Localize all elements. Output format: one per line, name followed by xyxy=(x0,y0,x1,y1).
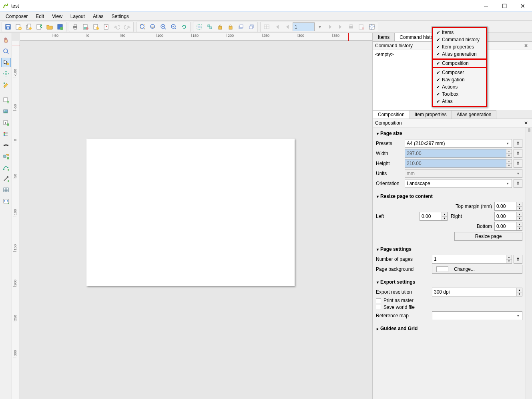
ctx-actions[interactable]: ✔Actions xyxy=(433,83,486,91)
undo-icon[interactable] xyxy=(112,22,122,32)
num-pages-override-icon[interactable]: ⋔ xyxy=(514,255,522,264)
open-template-icon[interactable] xyxy=(45,22,54,32)
export-image-icon[interactable] xyxy=(81,22,90,32)
change-bg-button[interactable]: Change... xyxy=(432,265,522,274)
section-guides[interactable]: Guides and Grid xyxy=(376,324,522,333)
change-bg-label: Change... xyxy=(454,266,475,272)
save-icon[interactable] xyxy=(3,22,13,32)
height-input[interactable] xyxy=(405,159,512,168)
export-pdf-icon[interactable] xyxy=(102,22,111,32)
tab-atlas-generation[interactable]: Atlas generation xyxy=(452,110,497,119)
atlas-settings-icon[interactable] xyxy=(367,22,377,32)
close-composition-panel-button[interactable]: ✕ xyxy=(522,120,530,126)
last-feature-icon[interactable] xyxy=(336,22,345,32)
height-override-icon[interactable]: ⋔ xyxy=(514,159,522,168)
close-window-button[interactable]: ✕ xyxy=(514,0,532,12)
unlock-icon[interactable] xyxy=(226,22,235,32)
ctx-atlas-generation[interactable]: ✔Atlas generation xyxy=(433,50,486,58)
ctx-items[interactable]: ✔Items xyxy=(433,29,486,36)
width-input[interactable] xyxy=(405,149,512,158)
ungroup-icon[interactable] xyxy=(205,22,215,32)
move-content-tool-icon[interactable] xyxy=(1,69,11,79)
lower-icon[interactable] xyxy=(247,22,256,32)
export-res-input[interactable] xyxy=(432,288,522,296)
tab-item-properties[interactable]: Item properties xyxy=(410,110,452,119)
redo-icon[interactable] xyxy=(122,22,132,32)
edit-nodes-tool-icon[interactable] xyxy=(1,80,11,90)
menu-layout[interactable]: Layout xyxy=(66,13,89,20)
select-tool-icon[interactable] xyxy=(1,58,11,67)
canvas-viewport[interactable] xyxy=(20,41,372,399)
menu-edit[interactable]: Edit xyxy=(32,13,48,20)
close-history-panel-button[interactable]: ✕ xyxy=(522,43,530,48)
duplicate-composer-icon[interactable] xyxy=(24,22,34,32)
add-nodes-icon[interactable] xyxy=(1,163,11,172)
print-icon[interactable] xyxy=(70,22,80,32)
section-resize[interactable]: Resize page to content xyxy=(376,192,522,201)
composer-page[interactable] xyxy=(86,139,295,286)
ctx-command-history[interactable]: ✔Command history xyxy=(433,36,486,43)
add-image-icon[interactable] xyxy=(1,107,11,116)
next-feature-icon[interactable] xyxy=(325,22,335,32)
ctx-composition[interactable]: ✔Composition xyxy=(433,60,486,67)
add-arrow-icon[interactable] xyxy=(1,174,11,183)
units-select[interactable]: mm▾ xyxy=(405,169,522,178)
zoom-tool-icon[interactable] xyxy=(1,46,11,56)
composition-scrollbar[interactable] xyxy=(526,127,532,399)
caret-down-icon[interactable]: ▾ xyxy=(315,22,325,32)
resize-page-button[interactable]: Resize page xyxy=(454,232,522,241)
minimize-button[interactable]: ─ xyxy=(477,0,495,12)
atlas-print-icon[interactable] xyxy=(346,22,356,32)
save-template-icon[interactable] xyxy=(55,22,65,32)
section-page-settings[interactable]: Page settings xyxy=(376,245,522,254)
ctx-navigation[interactable]: ✔Navigation xyxy=(433,76,486,83)
add-scalebar-icon[interactable] xyxy=(1,140,11,150)
section-page-size[interactable]: Page size xyxy=(376,129,522,138)
tab-items[interactable]: Items xyxy=(373,33,395,41)
add-html-icon[interactable] xyxy=(1,196,11,206)
first-feature-icon[interactable] xyxy=(272,22,282,32)
ctx-composer[interactable]: ✔Composer xyxy=(433,69,486,76)
raise-icon[interactable] xyxy=(236,22,246,32)
ctx-atlas[interactable]: ✔Atlas xyxy=(433,98,486,105)
ctx-item-properties[interactable]: ✔Item properties xyxy=(433,43,486,50)
pan-tool-icon[interactable] xyxy=(1,35,11,45)
section-export[interactable]: Export settings xyxy=(376,278,522,286)
tab-composition[interactable]: Composition xyxy=(373,110,410,119)
prev-feature-icon[interactable] xyxy=(283,22,292,32)
new-composer-icon[interactable] xyxy=(14,22,23,32)
refresh-icon[interactable] xyxy=(179,22,189,32)
ref-map-select[interactable]: ▾ xyxy=(432,311,522,320)
zoom-full-icon[interactable] xyxy=(138,22,147,32)
save-world-checkbox[interactable]: Save world file xyxy=(376,304,522,310)
zoom-100-icon[interactable]: 1:1 xyxy=(148,22,158,32)
group-icon[interactable] xyxy=(195,22,204,32)
orientation-override-icon[interactable]: ⋔ xyxy=(514,179,522,188)
canvas-area[interactable]: -50 0 50 100 150 200 250 300 350 -100 -5… xyxy=(12,33,372,399)
menu-settings[interactable]: Settings xyxy=(108,13,133,20)
atlas-page-spin[interactable]: 1 xyxy=(293,22,315,31)
export-svg-icon[interactable] xyxy=(91,22,101,32)
add-shape-icon[interactable] xyxy=(1,151,11,161)
orientation-select[interactable]: Landscape▾ xyxy=(405,179,512,188)
ctx-toolbox[interactable]: ✔Toolbox xyxy=(433,91,486,98)
num-pages-input[interactable] xyxy=(432,255,512,264)
menu-composer[interactable]: Composer xyxy=(2,13,32,20)
zoom-out-icon[interactable] xyxy=(169,22,179,32)
print-raster-checkbox[interactable]: Print as raster xyxy=(376,298,522,303)
composer-manager-icon[interactable] xyxy=(34,22,44,32)
add-table-icon[interactable] xyxy=(1,185,11,195)
presets-override-icon[interactable]: ⋔ xyxy=(514,139,522,148)
zoom-in-icon[interactable] xyxy=(159,22,168,32)
atlas-export-icon[interactable] xyxy=(357,22,366,32)
maximize-button[interactable]: ☐ xyxy=(495,0,514,12)
add-map-icon[interactable] xyxy=(1,95,11,105)
menu-atlas[interactable]: Atlas xyxy=(89,13,108,20)
atlas-preview-icon[interactable] xyxy=(262,22,271,32)
add-legend-icon[interactable] xyxy=(1,129,11,139)
menu-view[interactable]: View xyxy=(48,13,66,20)
presets-select[interactable]: A4 (210x297 mm)▾ xyxy=(405,139,512,148)
width-override-icon[interactable]: ⋔ xyxy=(514,149,522,158)
add-label-icon[interactable]: T xyxy=(1,118,11,127)
lock-icon[interactable] xyxy=(215,22,225,32)
